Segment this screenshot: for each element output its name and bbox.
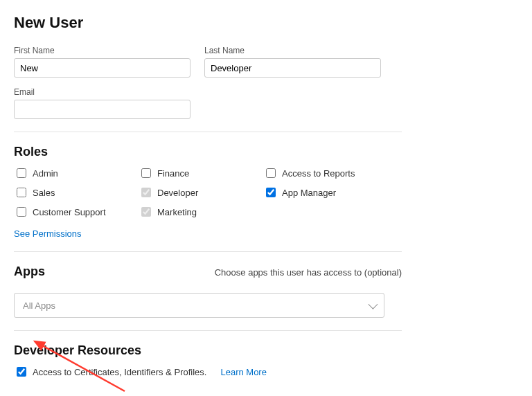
divider (14, 330, 402, 331)
role-support-checkbox[interactable] (17, 207, 26, 217)
see-permissions-link[interactable]: See Permissions (14, 228, 82, 239)
role-appmgr[interactable]: App Manager (263, 186, 388, 199)
roles-heading: Roles (14, 145, 402, 159)
role-developer-label: Developer (157, 188, 198, 198)
apps-select-placeholder: All Apps (23, 300, 55, 311)
page-title: New User (14, 14, 402, 32)
apps-heading: Apps (14, 264, 45, 279)
role-finance-checkbox[interactable] (141, 168, 151, 178)
dev-resources-access[interactable]: Access to Certificates, Identifiers & Pr… (14, 365, 206, 379)
role-marketing: Marketing (139, 205, 263, 219)
last-name-input[interactable] (204, 58, 381, 78)
apps-select[interactable]: All Apps (14, 293, 384, 318)
role-developer: Developer (139, 186, 263, 199)
email-input[interactable] (14, 100, 190, 119)
chevron-down-icon (368, 300, 378, 309)
divider (14, 132, 402, 132)
divider (14, 251, 402, 252)
email-label: Email (14, 87, 190, 97)
role-admin-label: Admin (33, 168, 58, 179)
role-developer-checkbox (141, 188, 151, 197)
role-marketing-checkbox (141, 207, 151, 217)
role-appmgr-checkbox[interactable] (266, 188, 276, 197)
role-sales[interactable]: Sales (14, 186, 139, 199)
role-sales-label: Sales (33, 188, 55, 198)
role-admin-checkbox[interactable] (17, 168, 26, 178)
first-name-label: First Name (14, 46, 190, 55)
role-reports-label: Access to Reports (282, 168, 355, 179)
dev-resources-heading: Developer Resources (14, 343, 402, 358)
role-finance[interactable]: Finance (139, 166, 263, 180)
last-name-label: Last Name (204, 46, 381, 55)
role-support[interactable]: Customer Support (14, 205, 139, 219)
role-support-label: Customer Support (33, 207, 106, 217)
learn-more-link[interactable]: Learn More (220, 367, 266, 377)
dev-resources-label: Access to Certificates, Identifiers & Pr… (33, 367, 206, 377)
role-finance-label: Finance (157, 168, 189, 179)
role-marketing-label: Marketing (157, 207, 197, 217)
role-reports-checkbox[interactable] (266, 168, 276, 178)
apps-subtitle: Choose apps this user has access to (opt… (215, 267, 402, 278)
first-name-input[interactable] (14, 58, 190, 78)
dev-resources-checkbox[interactable] (17, 367, 26, 377)
role-admin[interactable]: Admin (14, 166, 139, 180)
role-appmgr-label: App Manager (282, 188, 336, 198)
role-sales-checkbox[interactable] (17, 188, 26, 197)
role-reports[interactable]: Access to Reports (263, 166, 388, 180)
